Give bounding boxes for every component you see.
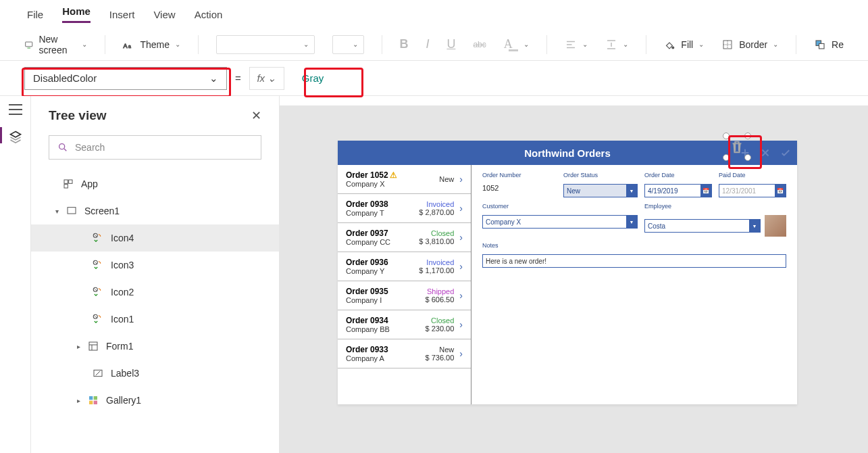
menu-action[interactable]: Action	[195, 9, 223, 20]
menu-view[interactable]: View	[153, 9, 175, 20]
font-color-button[interactable]: A⌄	[504, 37, 529, 51]
app-icon	[62, 178, 74, 190]
close-icon[interactable]	[759, 147, 771, 159]
customer-select[interactable]: Company X	[482, 215, 638, 229]
formula-input[interactable]: Gray	[292, 67, 340, 90]
gallery-item[interactable]: Order 0937Company CCClosed$ 3,810.00›	[338, 223, 471, 252]
theme-button[interactable]: Aa Theme ⌄	[122, 39, 180, 51]
app-header: Northwind Orders	[338, 141, 797, 165]
employee-select[interactable]: Costa	[644, 219, 761, 233]
font-select[interactable]: ⌄	[216, 35, 315, 54]
tree-search[interactable]	[49, 135, 261, 160]
ribbon: New screen ⌄ Aa Theme ⌄ ⌄ ⌄ B I U abc A⌄…	[0, 28, 868, 61]
fill-icon	[663, 39, 675, 51]
gallery-item[interactable]: Order 0934Company BBClosed$ 230.00›	[338, 310, 471, 339]
menu-file[interactable]: File	[27, 9, 43, 20]
underline-button[interactable]: U	[446, 37, 455, 51]
chevron-right-icon: ›	[459, 348, 463, 359]
caret-right-icon: ▸	[77, 397, 80, 404]
gallery-item[interactable]: Order 0933Company ANew$ 736.00›	[338, 339, 471, 368]
chevron-right-icon: ›	[459, 174, 463, 185]
search-input[interactable]	[75, 142, 253, 153]
check-icon[interactable]	[780, 147, 792, 159]
svg-rect-21	[94, 401, 97, 404]
theme-icon: Aa	[122, 39, 134, 51]
tree-app[interactable]: App	[31, 170, 279, 197]
notes-input[interactable]: Here is a new order!	[482, 254, 786, 268]
tree-icon1[interactable]: Icon1	[31, 306, 279, 333]
tree-icon2[interactable]: Icon2	[31, 279, 279, 306]
fill-button[interactable]: Fill ⌄	[663, 39, 704, 51]
gallery-item[interactable]: Order 0935Company IShipped$ 606.50›	[338, 281, 471, 310]
app-preview[interactable]: Northwind Orders Order 1052 ⚠Company XNe…	[338, 141, 797, 404]
formula-bar: DisabledColor ⌄ = fx⌄ Gray	[0, 61, 868, 96]
chevron-right-icon: ›	[459, 261, 463, 272]
equals-sign: =	[235, 72, 241, 84]
tree-screen1[interactable]: ▾ Screen1	[31, 197, 279, 224]
svg-rect-20	[89, 401, 93, 404]
control-icon	[92, 286, 104, 298]
strike-button[interactable]: abc	[473, 40, 486, 49]
trash-icon	[730, 139, 744, 154]
lbl-customer: Customer	[482, 203, 638, 210]
svg-text:a: a	[128, 43, 131, 48]
gallery-item[interactable]: Order 0938Company TInvoiced$ 2,870.00›	[338, 194, 471, 223]
orders-gallery[interactable]: Order 1052 ⚠Company XNew›Order 0938Compa…	[338, 165, 471, 404]
font-size-select[interactable]: ⌄	[332, 35, 364, 54]
svg-point-3	[672, 47, 674, 49]
bold-button[interactable]: B	[399, 37, 408, 51]
control-icon	[92, 313, 104, 325]
svg-rect-18	[89, 396, 93, 400]
order-detail-form: Order Number Order Status Order Date Pai…	[471, 165, 797, 404]
lbl-notes: Notes	[482, 242, 786, 249]
new-screen-button[interactable]: New screen ⌄	[24, 34, 87, 55]
screen-icon	[24, 39, 33, 51]
close-icon[interactable]: ✕	[251, 108, 261, 123]
gallery-icon	[87, 394, 99, 406]
valign-button[interactable]: ⌄	[605, 39, 628, 51]
tree-icon4[interactable]: Icon4	[31, 224, 279, 252]
chevron-right-icon: ›	[459, 319, 463, 330]
left-rail	[0, 96, 31, 453]
tree-label3[interactable]: Label3	[31, 360, 279, 387]
tree-title: Tree view	[49, 108, 107, 123]
hamburger-icon[interactable]	[9, 104, 22, 115]
tree-view-rail-button[interactable]	[9, 130, 22, 146]
caret-down-icon: ▾	[55, 208, 59, 215]
border-button[interactable]: Border ⌄	[721, 39, 778, 51]
order-status-select[interactable]: New	[563, 184, 638, 197]
chevron-down-icon: ⌄	[82, 41, 87, 48]
tree-form1[interactable]: ▸ Form1	[31, 333, 279, 360]
search-icon	[57, 142, 68, 153]
employee-avatar	[765, 215, 786, 237]
chevron-down-icon: ⌄	[773, 41, 778, 48]
svg-rect-11	[68, 208, 76, 214]
tree-icon3[interactable]: Icon3	[31, 252, 279, 279]
caret-right-icon: ▸	[77, 343, 80, 350]
selected-icon-handles[interactable]	[725, 135, 748, 158]
order-number-value: 1052	[482, 184, 557, 197]
tree-gallery1[interactable]: ▸ Gallery1	[31, 387, 279, 414]
paid-date-input[interactable]: 12/31/2001	[719, 184, 786, 197]
app-title: Northwind Orders	[524, 147, 611, 159]
align-button[interactable]: ⌄	[565, 39, 588, 51]
form-icon	[87, 340, 99, 352]
svg-rect-8	[64, 180, 68, 183]
reorder-button[interactable]: Re	[814, 39, 844, 51]
fx-button[interactable]: fx⌄	[249, 67, 284, 90]
chevron-right-icon: ›	[459, 203, 463, 214]
menu-insert[interactable]: Insert	[109, 9, 135, 20]
svg-rect-9	[69, 180, 72, 183]
italic-button[interactable]: I	[426, 37, 429, 51]
lbl-order-status: Order Status	[563, 172, 638, 178]
gallery-item[interactable]: Order 1052 ⚠Company XNew›	[338, 165, 471, 194]
control-icon	[92, 259, 104, 271]
order-date-input[interactable]: 4/19/2019	[644, 184, 712, 197]
svg-rect-19	[94, 396, 97, 400]
gallery-item[interactable]: Order 0936Company YInvoiced$ 1,170.00›	[338, 252, 471, 281]
label-icon	[92, 367, 104, 379]
menu-home[interactable]: Home	[62, 5, 91, 23]
tree-panel: Tree view ✕ App ▾ Screen1 Icon4 Icon3 Ic…	[31, 96, 280, 453]
layers-icon	[9, 130, 22, 143]
property-select[interactable]: DisabledColor ⌄	[24, 67, 227, 90]
